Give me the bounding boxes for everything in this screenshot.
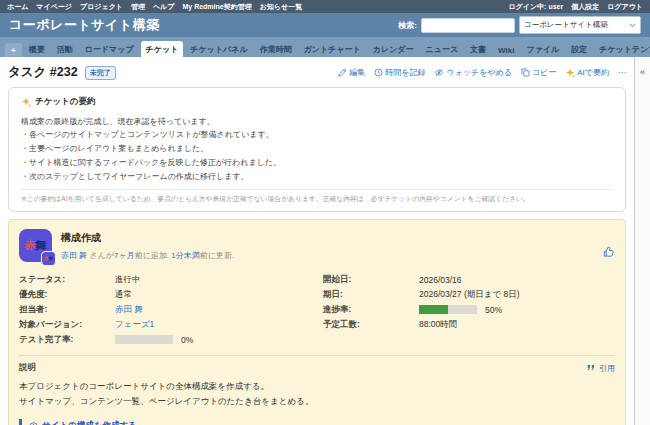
callout-title: サイトの構成を作成する <box>42 420 137 425</box>
quote-link[interactable]: 引用 <box>587 363 615 374</box>
attribute-row: ステータス:進行中 <box>19 272 311 287</box>
account-link[interactable]: ログアウト <box>607 2 643 12</box>
tabs-list: 概要活動ロードマップチケットチケットパネル作業時間ガントチャートカレンダーニュー… <box>24 41 650 57</box>
tab[interactable]: 文書 <box>465 41 491 57</box>
tab[interactable]: Wiki <box>493 43 519 57</box>
search-input[interactable] <box>421 18 515 33</box>
attribute-row: 開始日:2026/03/16 <box>323 272 615 287</box>
eye-off-icon <box>434 68 444 77</box>
tab[interactable]: ロードマップ <box>80 41 139 57</box>
attribute-row: 予定工数:88:00時間 <box>323 317 615 332</box>
avatar-badge-char-2: 舞 <box>49 256 54 261</box>
attribute-row: 期日:2026/03/27 (期日まで 8日) <box>323 287 615 302</box>
tab[interactable]: ガントチャート <box>299 41 366 57</box>
login-label: ログイン中: <box>508 3 546 10</box>
chevron-down-icon <box>629 23 636 28</box>
tab[interactable]: チケットパネル <box>185 41 252 57</box>
description-header: 説明 引用 <box>19 362 615 374</box>
description-title: 説明 <box>19 362 36 374</box>
attribute-row: テスト完了率:0% <box>19 332 311 347</box>
action-clock[interactable]: 時間を記録 <box>374 67 425 78</box>
topbar-link[interactable]: プロジェクト <box>80 2 123 12</box>
thumbs-up-icon[interactable] <box>603 243 615 261</box>
tab[interactable]: 作業時間 <box>255 41 297 57</box>
account-links: 個人設定ログアウト <box>571 2 643 12</box>
status-badge: 未完了 <box>85 66 116 80</box>
tab[interactable]: チケットテンプレート <box>594 41 650 57</box>
current-user: user <box>548 3 563 10</box>
attribute-label: 進捗率: <box>323 304 419 316</box>
attributes-left: ステータス:進行中優先度:通常担当者:赤田 舞対象バージョン:フェーズ1テスト完… <box>19 272 311 347</box>
avatar[interactable]: 赤舞 赤舞 <box>19 229 52 262</box>
ai-summary-bullets: ・各ページのサイトマップとコンテンツリストが整備されています。・主要ページのレイ… <box>21 128 613 184</box>
action-eye-off[interactable]: ウォッチをやめる <box>434 67 512 78</box>
attribute-label: 期日: <box>323 289 419 301</box>
description-line: サイトマップ、コンテンツ一覧、ページレイアウトのたたき台をまとめる。 <box>19 394 615 409</box>
meta-text: 前に追加. <box>135 251 172 260</box>
main-pane: タスク #232 未完了 編集時間を記録ウォッチをやめるコピーAIで要約⋯ チケ… <box>0 57 634 425</box>
action-pencil[interactable]: 編集 <box>338 67 365 78</box>
action-more[interactable]: ⋯ <box>618 68 626 77</box>
action-copy[interactable]: コピー <box>521 67 556 78</box>
tab[interactable]: 概要 <box>24 41 50 57</box>
avatar-char-1: 赤 <box>25 238 36 253</box>
action-label: AIで要約 <box>577 67 609 78</box>
collapse-sidebar-button[interactable]: « <box>640 67 645 77</box>
tab[interactable]: ファイル <box>521 41 564 57</box>
topbar-link[interactable]: お知らせ一覧 <box>260 2 303 12</box>
top-menu-bar: ホームマイページプロジェクト管理ヘルプMy Redmine契約管理お知らせ一覧 … <box>0 0 650 13</box>
attribute-label: 対象バージョン: <box>19 319 115 331</box>
topbar-link[interactable]: マイページ <box>36 2 72 12</box>
attribute-value: 通常 <box>115 289 132 301</box>
search-area: 検索: コーポレートサイト構築 <box>398 16 641 34</box>
attribute-value: 2026/03/27 (期日まで 8日) <box>419 289 520 301</box>
tab[interactable]: 設定 <box>566 41 592 57</box>
issue-actions: 編集時間を記録ウォッチをやめるコピーAIで要約⋯ <box>338 67 626 78</box>
attribute-value: 88:00時間 <box>419 319 457 331</box>
attribute-label: 担当者: <box>19 304 115 316</box>
project-jump-select[interactable]: コーポレートサイト構築 <box>519 16 641 34</box>
avatar-sub-badge: 赤舞 <box>41 251 56 266</box>
attribute-label: 優先度: <box>19 289 115 301</box>
tab[interactable]: 活動 <box>52 41 78 57</box>
ai-summary-disclaimer: ※この要約はAIを用いて生成しているため、要点のとらえ方や表現が正確でない場合が… <box>21 189 613 206</box>
add-tab-button[interactable]: + <box>5 43 22 57</box>
topbar-link[interactable]: 管理 <box>131 2 145 12</box>
topbar-link[interactable]: My Redmine契約管理 <box>182 2 251 12</box>
attribute-value-link[interactable]: 赤田 舞 <box>115 304 143 316</box>
sparkle-icon <box>21 97 31 107</box>
topbar-link[interactable]: ヘルプ <box>153 2 175 12</box>
action-label: 編集 <box>349 67 365 78</box>
sidebar-rail: « <box>634 57 650 425</box>
author-link[interactable]: 赤田 舞 <box>61 251 87 260</box>
meta-text: 前に更新. <box>200 251 234 260</box>
issue-card: 赤舞 赤舞 構成作成 赤田 舞 さんが7ヶ月前に追加. 1分未満前に更新. ステ… <box>8 219 626 425</box>
attribute-row: 担当者:赤田 舞 <box>19 302 311 317</box>
attribute-value: 進行中 <box>115 274 141 286</box>
tab[interactable]: チケット <box>141 41 184 57</box>
account-link[interactable]: 個人設定 <box>571 2 599 12</box>
description-callout-link[interactable]: サイトの構成を作成する <box>19 419 615 425</box>
quote-icon <box>587 364 596 372</box>
progress-bar-fill <box>419 305 448 314</box>
pencil-icon <box>338 68 347 77</box>
attribute-value-link[interactable]: フェーズ1 <box>115 319 154 331</box>
tab[interactable]: カレンダー <box>368 41 419 57</box>
attribute-label: テスト完了率: <box>19 334 115 346</box>
attribute-label: 開始日: <box>323 274 419 286</box>
search-label: 検索: <box>398 20 417 31</box>
issue-card-header: 赤舞 赤舞 構成作成 赤田 舞 さんが7ヶ月前に追加. 1分未満前に更新. <box>19 229 615 262</box>
tab[interactable]: ニュース <box>421 41 464 57</box>
project-title: コーポレートサイト構築 <box>9 16 160 34</box>
logged-in-label: ログイン中: user <box>508 2 563 12</box>
action-sparkle[interactable]: AIで要約 <box>565 67 609 78</box>
attribute-row: 優先度:通常 <box>19 287 311 302</box>
topbar-link[interactable]: ホーム <box>7 2 28 12</box>
progress-value: 0% <box>181 335 193 345</box>
project-tabs: + 概要活動ロードマップチケットチケットパネル作業時間ガントチャートカレンダーニ… <box>0 37 650 57</box>
added-time-link[interactable]: 7ヶ月 <box>114 251 135 260</box>
issue-title: タスク #232 <box>8 64 78 81</box>
ai-summary-bullet: ・各ページのサイトマップとコンテンツリストが整備されています。 <box>21 128 613 142</box>
ai-summary-bullet: ・次のステップとしてワイヤーフレームの作成に移行します。 <box>21 170 613 184</box>
updated-time-link[interactable]: 1分未満 <box>171 251 199 260</box>
